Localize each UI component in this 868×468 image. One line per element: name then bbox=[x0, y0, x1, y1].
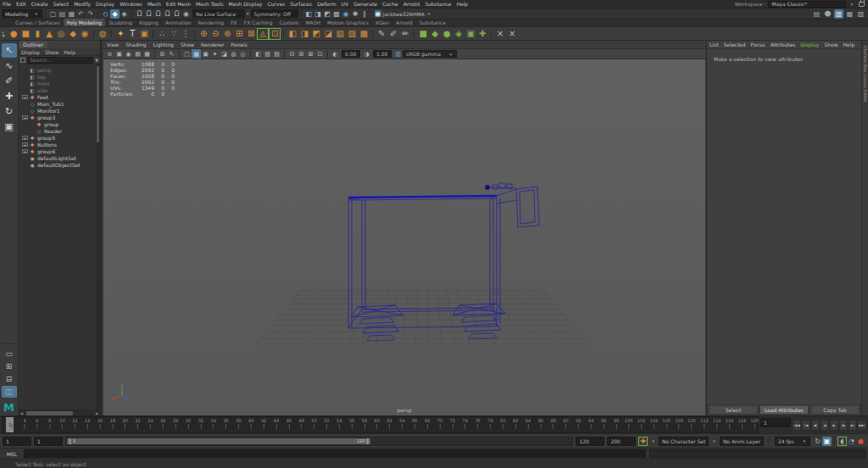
wireframe-on-shaded-icon[interactable]: ▧ bbox=[272, 49, 281, 58]
gate-mask-icon[interactable]: ⊠ bbox=[306, 49, 315, 58]
channel-box-vertical-tab[interactable]: Channel Box / Layer Editor bbox=[863, 41, 868, 103]
insert-edge-loop-icon[interactable]: ● bbox=[441, 28, 453, 40]
layout-split-pane-icon[interactable]: ⊟ bbox=[2, 373, 17, 385]
image-plane-icon[interactable]: ▦ bbox=[142, 49, 152, 58]
account-dropdown[interactable]: ☻ jackbee32NHMA ▾ bbox=[375, 10, 432, 17]
outliner-title-tab[interactable]: Outliner bbox=[19, 41, 47, 48]
layout-single-pane-icon[interactable]: ▭ bbox=[2, 348, 17, 359]
character-controls-icon[interactable]: ∴ bbox=[156, 28, 168, 40]
menu-mesh-display[interactable]: Mesh Display bbox=[226, 1, 265, 7]
outliner-item-top[interactable]: ◧top bbox=[19, 73, 100, 80]
isolate-select-icon[interactable]: ◧ bbox=[253, 49, 263, 58]
copy-tab-button[interactable]: Copy Tab bbox=[810, 405, 860, 415]
menu-select[interactable]: Select bbox=[51, 1, 72, 7]
snap-point-icon[interactable]: Ω bbox=[153, 9, 163, 19]
tool-settings-icon[interactable]: ▦ bbox=[845, 9, 854, 19]
character-set-dropdown[interactable]: No Character Set bbox=[659, 437, 709, 446]
outliner-item-monitor1[interactable]: ◇Monitor1 bbox=[19, 107, 100, 114]
shelf-tab-motion-graphics[interactable]: Motion Graphics bbox=[324, 19, 372, 26]
resolution-gate-icon[interactable]: ⊞ bbox=[297, 49, 306, 58]
2d-pan-zoom-icon[interactable]: ⊞ bbox=[158, 49, 167, 58]
menu-surfaces[interactable]: Surfaces bbox=[287, 1, 314, 7]
menu-uv[interactable]: UV bbox=[339, 1, 352, 7]
rotate-tool-icon[interactable]: ↻ bbox=[2, 104, 17, 119]
shelf-tab-substance[interactable]: Substance bbox=[415, 19, 448, 26]
modeling-toolkit-icon[interactable]: ▤ bbox=[812, 9, 821, 19]
outliner-search-input[interactable] bbox=[27, 57, 93, 64]
exposure-field[interactable]: 0.00 bbox=[342, 50, 360, 58]
outliner-item-feet[interactable]: +✚Feet bbox=[19, 93, 100, 100]
slide-edge-icon[interactable]: ▣ bbox=[465, 28, 476, 40]
animation-start-field[interactable]: 1 bbox=[3, 437, 31, 446]
shelf-tab-rendering[interactable]: Rendering bbox=[195, 19, 228, 26]
delete-edge-icon[interactable]: × bbox=[506, 28, 518, 40]
save-scene-icon[interactable]: ▦ bbox=[67, 9, 76, 19]
lasso-tool-icon[interactable]: ∿ bbox=[2, 58, 17, 73]
playback-start-field[interactable]: 1 bbox=[34, 437, 63, 446]
shaded-mode-icon[interactable]: ■ bbox=[192, 49, 201, 58]
menu-display[interactable]: Display bbox=[93, 1, 117, 7]
bevel-icon[interactable]: ▨ bbox=[346, 28, 358, 40]
wedge-icon[interactable]: ▧ bbox=[334, 28, 346, 40]
select-object-icon[interactable]: ◆ bbox=[110, 9, 120, 19]
fps-dropdown[interactable]: 24 fps▾ bbox=[775, 437, 810, 446]
undo-icon[interactable]: ↶ bbox=[76, 9, 86, 19]
boolean-difference-icon[interactable]: ⊖ bbox=[209, 28, 221, 40]
poly-cylinder-icon[interactable]: ▮ bbox=[31, 28, 43, 40]
outliner-item-group3[interactable]: +✚group3 bbox=[19, 114, 100, 120]
menu-set-dropdown[interactable]: Modeling▾ bbox=[2, 9, 42, 18]
snap-curve-icon[interactable]: Ω bbox=[144, 9, 153, 19]
panel-menu-view[interactable]: View bbox=[103, 42, 122, 47]
shelf-tab-arnold[interactable]: Arnold bbox=[392, 19, 415, 26]
menu-create[interactable]: Create bbox=[29, 1, 51, 7]
duplicate-icon[interactable]: ◨ bbox=[298, 28, 310, 40]
symmetry-field[interactable]: Symmetry: Off bbox=[251, 9, 298, 18]
menu-edit-mesh[interactable]: Edit Mesh bbox=[164, 1, 193, 7]
viewport-canvas[interactable]: Verts:108800Edges:209200Faces:100800Tris… bbox=[103, 59, 705, 415]
poly-cone-icon[interactable]: ▲ bbox=[43, 28, 55, 40]
character-set-caret-icon[interactable]: ▾ bbox=[652, 438, 654, 443]
select-button[interactable]: Select bbox=[709, 405, 758, 415]
poly-disc-icon[interactable]: ◉ bbox=[79, 28, 91, 40]
menu-modify[interactable]: Modify bbox=[71, 1, 93, 7]
render-icon[interactable]: ▩ bbox=[332, 9, 342, 19]
quad-draw-icon[interactable]: ▩ bbox=[358, 28, 370, 40]
combine-icon[interactable]: ⊞ bbox=[233, 28, 245, 40]
scroll-right-icon[interactable]: ▶ bbox=[94, 411, 100, 415]
mel-label[interactable]: MEL bbox=[0, 451, 24, 457]
shelf-tab-rigging[interactable]: Rigging bbox=[136, 19, 162, 26]
outliner-menu-show[interactable]: Show bbox=[42, 49, 61, 55]
menu-mesh[interactable]: Mesh bbox=[145, 1, 164, 7]
panel-menu-shading[interactable]: Shading bbox=[122, 42, 149, 47]
snap-view-plane-icon[interactable]: Ω bbox=[172, 9, 181, 19]
shelf-tab-animation[interactable]: Animation bbox=[162, 19, 195, 26]
type-tool-icon[interactable]: T bbox=[126, 28, 138, 40]
curve-edit-icon[interactable]: ✐ bbox=[387, 28, 399, 40]
outliner-filter-icon[interactable]: ▼ bbox=[95, 58, 98, 63]
menu-substance[interactable]: Substance bbox=[422, 1, 453, 7]
command-input[interactable] bbox=[24, 449, 646, 458]
outliner-item-defaultobjectset[interactable]: ◉defaultObjectSet bbox=[19, 161, 100, 168]
poly-cube-icon[interactable]: ■ bbox=[19, 28, 31, 40]
range-end-handle[interactable] bbox=[366, 438, 369, 444]
expand-icon[interactable]: + bbox=[22, 149, 28, 153]
ae-menu-display[interactable]: Display bbox=[798, 42, 821, 47]
workspace-dropdown[interactable]: Maya Classic* bbox=[768, 1, 846, 8]
textured-mode-icon[interactable]: ▣ bbox=[201, 49, 210, 58]
lock-camera-icon[interactable]: ▣ bbox=[114, 49, 124, 58]
select-camera-icon[interactable]: ≡ bbox=[105, 49, 114, 58]
outliner-horizontal-scrollbar[interactable]: ◀ ▶ bbox=[19, 410, 100, 415]
menu-deform[interactable]: Deform bbox=[314, 1, 338, 7]
input-connections-icon[interactable]: ◧ bbox=[304, 9, 314, 19]
outliner-item-group5[interactable]: +✚group5 bbox=[19, 134, 100, 141]
playback-options-icon[interactable]: ▣ bbox=[822, 437, 832, 446]
bridge-icon[interactable]: ◩ bbox=[310, 28, 322, 40]
open-scene-icon[interactable]: ▤ bbox=[58, 9, 67, 19]
menu-mesh-tools[interactable]: Mesh Tools bbox=[193, 1, 225, 7]
paint-select-tool-icon[interactable]: ✐ bbox=[2, 74, 17, 88]
menu-generate[interactable]: Generate bbox=[351, 1, 380, 7]
play-backwards-button[interactable]: ◀ bbox=[821, 420, 829, 431]
extrude-icon[interactable]: ⊡ bbox=[269, 28, 281, 40]
ae-menu-help[interactable]: Help bbox=[841, 42, 858, 47]
motion-blur-icon[interactable]: ◎ bbox=[238, 49, 248, 58]
